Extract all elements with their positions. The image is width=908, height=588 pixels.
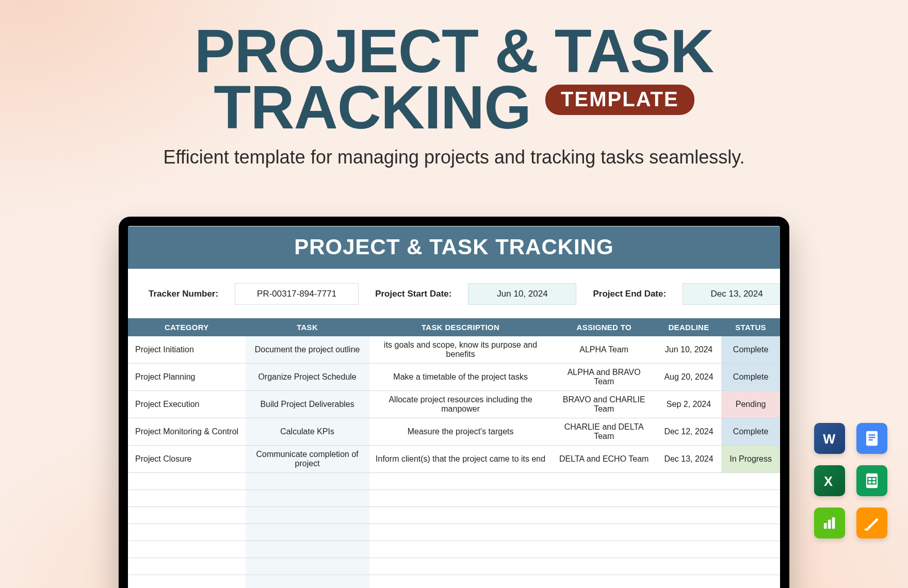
table-cell[interactable]: Complete: [721, 418, 780, 446]
table-cell[interactable]: [721, 541, 780, 558]
column-header: DEADLINE: [656, 318, 721, 336]
table-cell[interactable]: [721, 507, 780, 524]
google-docs-icon[interactable]: [856, 423, 887, 454]
table-row-blank[interactable]: [128, 490, 780, 507]
table-cell[interactable]: [552, 507, 656, 524]
table-cell[interactable]: [552, 575, 656, 589]
table-cell[interactable]: Communicate completion of project: [246, 446, 369, 473]
table-cell[interactable]: [552, 473, 656, 490]
excel-icon[interactable]: X: [814, 465, 845, 496]
table-cell[interactable]: [721, 524, 780, 541]
table-row[interactable]: Project PlanningOrganize Project Schedul…: [128, 364, 780, 391]
table-cell[interactable]: [128, 490, 246, 507]
table-cell[interactable]: Complete: [721, 336, 780, 364]
table-cell[interactable]: Calculate KPIs: [246, 418, 369, 446]
table-cell[interactable]: Aug 20, 2024: [656, 364, 721, 391]
pages-icon[interactable]: [856, 508, 887, 538]
table-cell[interactable]: [128, 541, 246, 558]
column-header: TASK DESCRIPTION: [369, 318, 552, 336]
table-cell[interactable]: Project Planning: [128, 364, 246, 391]
table-cell[interactable]: [128, 473, 246, 490]
table-row-blank[interactable]: [128, 575, 780, 589]
tracker-number-value[interactable]: PR-00317-894-7771: [235, 283, 359, 305]
table-cell[interactable]: [656, 507, 721, 524]
table-cell[interactable]: Document the project outline: [246, 336, 369, 364]
table-cell[interactable]: [369, 541, 552, 558]
table-row-blank[interactable]: [128, 541, 780, 558]
table-cell[interactable]: Dec 12, 2024: [656, 418, 721, 446]
table-cell[interactable]: [721, 473, 780, 490]
table-cell[interactable]: Project Initiation: [128, 336, 246, 364]
table-cell[interactable]: [246, 541, 369, 558]
table-cell[interactable]: Inform client(s) that the project came t…: [369, 446, 552, 473]
project-start-value[interactable]: Jun 10, 2024: [468, 283, 576, 305]
table-cell[interactable]: Dec 13, 2024: [656, 446, 721, 473]
table-cell[interactable]: [246, 507, 369, 524]
table-cell[interactable]: [656, 473, 721, 490]
table-cell[interactable]: Jun 10, 2024: [656, 336, 721, 364]
table-cell[interactable]: Organize Project Schedule: [246, 364, 369, 391]
table-cell[interactable]: [246, 473, 369, 490]
table-row-blank[interactable]: [128, 524, 780, 541]
table-cell[interactable]: [369, 558, 552, 575]
table-row-blank[interactable]: [128, 507, 780, 524]
table-cell[interactable]: [246, 575, 369, 589]
table-cell[interactable]: [656, 524, 721, 541]
table-cell[interactable]: Project Closure: [128, 446, 246, 473]
table-cell[interactable]: [656, 575, 721, 589]
table-row[interactable]: Project InitiationDocument the project o…: [128, 336, 780, 364]
table-cell[interactable]: [552, 490, 656, 507]
format-icons: WX: [814, 423, 887, 538]
table-cell[interactable]: [369, 490, 552, 507]
table-cell[interactable]: DELTA and ECHO Team: [552, 446, 656, 473]
table-cell[interactable]: Allocate project resources including the…: [369, 391, 552, 418]
table-cell[interactable]: [656, 490, 721, 507]
table-cell[interactable]: [721, 575, 780, 589]
table-row[interactable]: Project ExecutionBuild Project Deliverab…: [128, 391, 780, 418]
table-row[interactable]: Project ClosureCommunicate completion of…: [128, 446, 780, 473]
tracker-number-label: Tracker Number:: [139, 289, 228, 299]
project-end-value[interactable]: Dec 13, 2024: [683, 283, 780, 305]
table-cell[interactable]: [369, 507, 552, 524]
table-cell[interactable]: [369, 473, 552, 490]
table-cell[interactable]: [369, 524, 552, 541]
table-cell[interactable]: [246, 524, 369, 541]
table-cell[interactable]: Make a timetable of the project tasks: [369, 364, 552, 391]
table-cell[interactable]: ALPHA and BRAVO Team: [552, 364, 656, 391]
table-cell[interactable]: BRAVO and CHARLIE Team: [552, 391, 656, 418]
table-cell[interactable]: [128, 575, 246, 589]
table-cell[interactable]: [128, 558, 246, 575]
google-sheets-icon[interactable]: [856, 465, 887, 496]
table-cell[interactable]: [656, 558, 721, 575]
word-icon[interactable]: W: [814, 423, 845, 454]
table-cell[interactable]: its goals and scope, know its purpose an…: [369, 336, 552, 364]
table-row-blank[interactable]: [128, 558, 780, 575]
table-cell[interactable]: Sep 2, 2024: [656, 391, 721, 418]
table-cell[interactable]: Measure the project's targets: [369, 418, 552, 446]
table-cell[interactable]: [552, 558, 656, 575]
table-cell[interactable]: [721, 558, 780, 575]
table-cell[interactable]: Project Monitoring & Control: [128, 418, 246, 446]
table-row-blank[interactable]: [128, 473, 780, 490]
column-header: TASK: [246, 318, 369, 336]
svg-rect-3: [869, 437, 875, 438]
table-cell[interactable]: [369, 575, 552, 589]
table-cell[interactable]: ALPHA Team: [552, 336, 656, 364]
table-cell[interactable]: Build Project Deliverables: [246, 391, 369, 418]
headline: PROJECT & TASK TRACKING TEMPLATE: [0, 0, 908, 135]
table-cell[interactable]: In Progress: [721, 446, 780, 473]
table-cell[interactable]: Project Execution: [128, 391, 246, 418]
table-cell[interactable]: [656, 541, 721, 558]
table-cell[interactable]: Complete: [721, 364, 780, 391]
table-cell[interactable]: [128, 507, 246, 524]
table-cell[interactable]: [552, 541, 656, 558]
table-cell[interactable]: Pending: [721, 391, 780, 418]
table-cell[interactable]: [552, 524, 656, 541]
numbers-icon[interactable]: [814, 508, 845, 538]
table-cell[interactable]: CHARLIE and DELTA Team: [552, 418, 656, 446]
table-row[interactable]: Project Monitoring & ControlCalculate KP…: [128, 418, 780, 446]
table-cell[interactable]: [246, 490, 369, 507]
table-cell[interactable]: [128, 524, 246, 541]
table-cell[interactable]: [721, 490, 780, 507]
table-cell[interactable]: [246, 558, 369, 575]
